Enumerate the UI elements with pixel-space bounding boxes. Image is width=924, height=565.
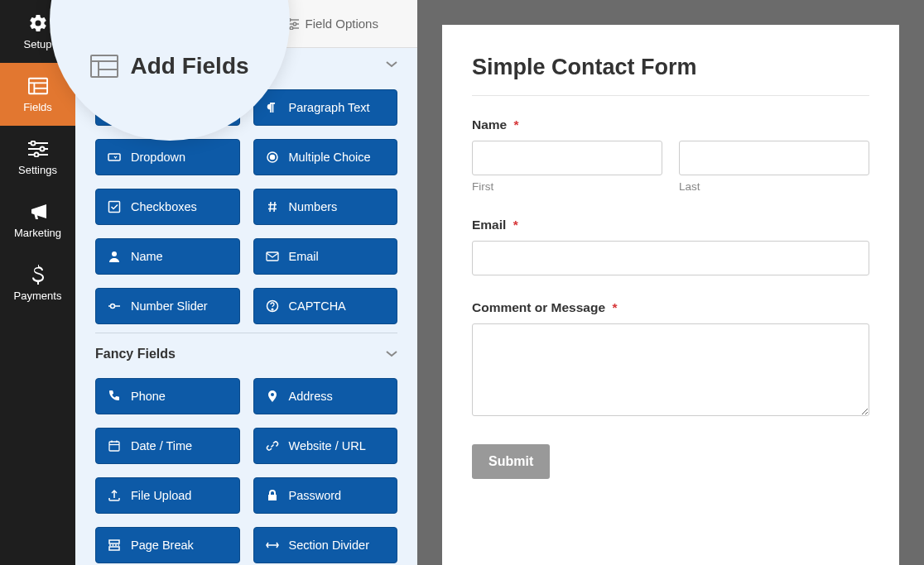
field-button-divider[interactable]: Section Divider (253, 527, 398, 563)
svg-rect-25 (267, 252, 278, 261)
megaphone-icon (28, 202, 48, 222)
field-button-question[interactable]: CAPTCHA (253, 288, 398, 324)
person-icon (108, 250, 121, 263)
gear-icon (28, 13, 48, 33)
field-button-link[interactable]: Website / URL (253, 428, 398, 464)
field-button-label: Single Line Text (131, 101, 215, 114)
tab-label: Field Options (306, 17, 378, 31)
svg-point-5 (31, 141, 35, 145)
marker-icon (266, 390, 279, 403)
standard-fields-grid: Single Line TextParagraph TextDropdownMu… (75, 81, 417, 324)
dropdown-icon (108, 151, 121, 164)
field-button-slider[interactable]: Number Slider (95, 288, 240, 324)
standard-fields-header[interactable] (75, 48, 417, 81)
form-title: Simple Contact Form (472, 55, 869, 80)
field-button-label: Checkboxes (131, 200, 197, 213)
field-button-checkbox[interactable]: Checkboxes (95, 189, 240, 225)
last-name-input[interactable] (679, 141, 869, 175)
field-button-label: CAPTCHA (289, 299, 346, 313)
field-button-label: Website / URL (289, 439, 366, 452)
sidebar-item-settings[interactable]: Settings (0, 126, 75, 189)
field-button-label: Numbers (289, 200, 338, 213)
chevron-down-icon (386, 351, 397, 357)
pagebreak-icon (108, 539, 121, 552)
field-label: Email * (472, 218, 869, 232)
checkbox-icon (108, 200, 121, 213)
hash-icon (266, 200, 279, 213)
required-mark: * (513, 218, 518, 232)
field-button-label: Phone (131, 390, 166, 403)
field-button-person[interactable]: Name (95, 238, 240, 275)
name-field[interactable]: Name * First Last (472, 117, 869, 193)
svg-rect-30 (109, 442, 119, 451)
tab-field-options[interactable]: Field Options (247, 0, 418, 47)
text-icon (108, 101, 121, 114)
field-button-radio[interactable]: Multiple Choice (253, 139, 398, 175)
question-icon (266, 299, 279, 313)
field-button-label: File Upload (131, 489, 191, 502)
fancy-fields-header[interactable]: Fancy Fields (75, 333, 417, 370)
svg-point-9 (34, 152, 38, 156)
chevron-down-icon (386, 61, 397, 68)
field-button-upload[interactable]: File Upload (95, 477, 240, 514)
field-button-envelope[interactable]: Email (253, 238, 398, 275)
slider-icon (108, 299, 121, 313)
submit-button[interactable]: Submit (472, 444, 550, 479)
field-button-label: Paragraph Text (289, 101, 370, 114)
email-input[interactable] (472, 241, 869, 275)
svg-point-7 (40, 146, 44, 151)
form-icon (28, 76, 48, 96)
form-canvas: Simple Contact Form Name * First Last (417, 0, 924, 565)
field-button-label: Password (289, 489, 342, 502)
svg-point-17 (293, 22, 296, 26)
sidebar-label: Marketing (14, 227, 61, 239)
paragraph-icon (266, 101, 279, 114)
svg-point-15 (287, 18, 291, 22)
form-preview[interactable]: Simple Contact Form Name * First Last (442, 25, 899, 565)
divider (472, 95, 869, 96)
field-button-phone[interactable]: Phone (95, 378, 240, 414)
field-button-hash[interactable]: Numbers (253, 189, 398, 225)
sidebar-item-marketing[interactable]: Marketing (0, 189, 75, 251)
label-text: Name (472, 117, 507, 132)
sidebar-label: Setup (24, 38, 52, 50)
required-mark: * (514, 117, 519, 132)
tab-label: Add Fields (140, 17, 204, 31)
tab-add-fields[interactable]: Add Fields (75, 0, 247, 47)
field-button-paragraph[interactable]: Paragraph Text (253, 89, 398, 126)
comment-textarea[interactable] (472, 323, 869, 416)
field-button-label: Dropdown (131, 151, 185, 164)
field-button-text[interactable]: Single Line Text (95, 89, 240, 126)
field-button-label: Date / Time (131, 439, 192, 452)
sub-label: First (472, 180, 662, 193)
sidebar-label: Fields (23, 101, 52, 113)
field-button-label: Page Break (131, 539, 194, 552)
sidebar-item-fields[interactable]: Fields (0, 63, 75, 126)
field-button-pagebreak[interactable]: Page Break (95, 527, 240, 563)
svg-rect-34 (109, 540, 119, 543)
svg-point-29 (272, 309, 273, 310)
divider-icon (266, 539, 279, 552)
field-button-marker[interactable]: Address (253, 378, 398, 414)
phone-icon (108, 390, 121, 403)
dollar-icon (28, 265, 48, 285)
field-button-label: Number Slider (131, 299, 208, 313)
sidebar-item-payments[interactable]: Payments (0, 251, 75, 314)
comment-field[interactable]: Comment or Message * (472, 300, 869, 419)
field-button-dropdown[interactable]: Dropdown (95, 139, 240, 175)
field-button-lock[interactable]: Password (253, 477, 398, 514)
svg-rect-35 (109, 547, 119, 550)
sliders-icon (286, 18, 299, 30)
sidebar-label: Settings (18, 164, 57, 176)
field-button-calendar[interactable]: Date / Time (95, 428, 240, 464)
email-field[interactable]: Email * (472, 218, 869, 275)
required-mark: * (612, 300, 617, 314)
svg-rect-10 (118, 18, 132, 29)
radio-icon (266, 151, 279, 164)
field-button-label: Email (289, 250, 319, 263)
field-button-label: Address (289, 390, 333, 403)
sidebar-item-setup[interactable]: Setup (0, 0, 75, 63)
first-name-input[interactable] (472, 141, 662, 175)
sidebar-label: Payments (14, 290, 62, 302)
field-button-label: Multiple Choice (289, 151, 371, 164)
